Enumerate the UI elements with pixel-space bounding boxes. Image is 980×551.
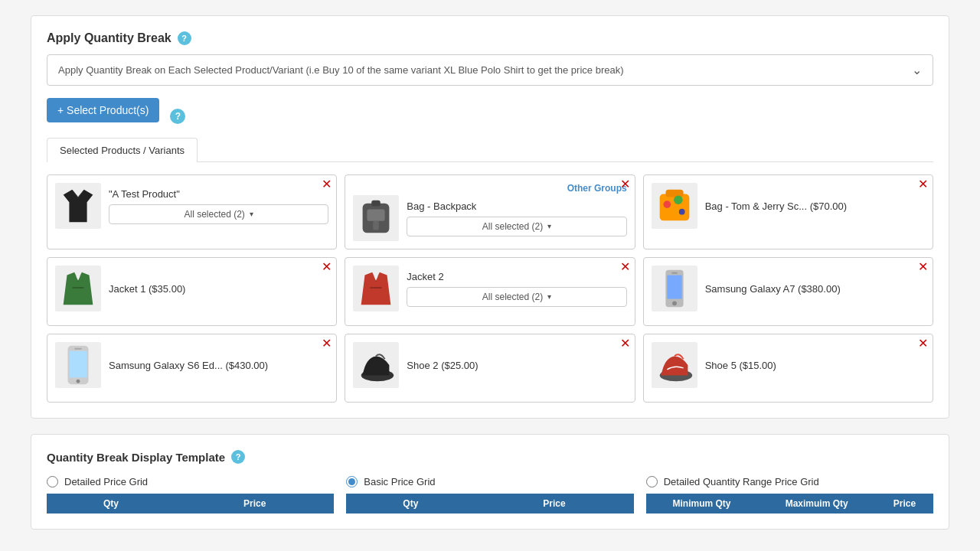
tab-selected-products[interactable]: Selected Products / Variants bbox=[47, 138, 198, 162]
products-grid: ✕ "A Test Product" All selected (2) ▾ ✕ bbox=[47, 174, 933, 403]
product-image bbox=[55, 266, 101, 311]
svg-rect-4 bbox=[372, 201, 381, 207]
remove-product-button[interactable]: ✕ bbox=[918, 178, 928, 191]
product-card: ✕ Shoe 2 ($25.00) bbox=[345, 334, 635, 403]
svg-point-23 bbox=[77, 380, 80, 383]
svg-rect-3 bbox=[368, 209, 385, 220]
remove-product-button[interactable]: ✕ bbox=[918, 261, 928, 273]
product-info: "A Test Product" All selected (2) ▾ bbox=[109, 188, 328, 224]
remove-product-button[interactable]: ✕ bbox=[620, 261, 630, 273]
product-image bbox=[55, 183, 101, 229]
product-info: Shoe 5 ($15.00) bbox=[705, 360, 925, 371]
remove-product-button[interactable]: ✕ bbox=[620, 337, 630, 350]
product-card: ✕ Jacket 1 ($35.00) bbox=[47, 257, 337, 326]
product-card: ✕ Shoe 5 ($15.00) bbox=[643, 334, 933, 403]
remove-product-button[interactable]: ✕ bbox=[322, 261, 332, 273]
product-card-inner: Bag - Backpack All selected (2) ▾ bbox=[353, 195, 626, 241]
radio-input[interactable] bbox=[346, 476, 358, 487]
table-header: Qty bbox=[47, 494, 175, 514]
radio-label: Basic Price Grid bbox=[364, 476, 435, 487]
tab-bar: Selected Products / Variants bbox=[47, 138, 933, 162]
svg-marker-0 bbox=[64, 190, 93, 223]
product-name: Samsung Galaxy A7 ($380.00) bbox=[705, 283, 925, 295]
price-table-preview: Minimum QtyMaximuim QtyPrice bbox=[646, 494, 933, 514]
table-header: Maximuim Qty bbox=[757, 494, 876, 514]
radio-option[interactable]: Detailed Quantity Range Price Grid bbox=[646, 476, 933, 487]
svg-point-9 bbox=[674, 195, 683, 204]
radio-option-column: Detailed Quantity Range Price Grid Minim… bbox=[646, 476, 933, 514]
product-name: "A Test Product" bbox=[109, 188, 328, 200]
product-card: ✕ Samsung Galaxy A7 ($380.00) bbox=[643, 257, 933, 326]
quantity-break-display-card: Quantity Break Display Template ? Detail… bbox=[31, 434, 949, 530]
svg-rect-5 bbox=[373, 221, 379, 230]
radio-label: Detailed Quantity Range Price Grid bbox=[664, 476, 819, 487]
variant-dropdown-text: All selected (2) bbox=[482, 221, 543, 232]
dropdown-text: Apply Quantity Break on Each Selected Pr… bbox=[58, 64, 624, 76]
variant-dropdown-text: All selected (2) bbox=[184, 209, 244, 220]
product-image bbox=[652, 342, 697, 388]
product-card-inner: Samsung Galaxy S6 Ed... ($430.00) bbox=[55, 342, 328, 388]
product-name: Bag - Tom & Jerry Sc... ($70.00) bbox=[705, 201, 925, 212]
price-table-preview: QtyPrice bbox=[47, 494, 334, 514]
product-card-inner: Shoe 2 ($25.00) bbox=[353, 342, 626, 388]
product-name: Bag - Backpack bbox=[407, 201, 626, 212]
chevron-down-icon: ▾ bbox=[547, 292, 551, 301]
product-image bbox=[353, 195, 399, 241]
svg-rect-20 bbox=[671, 272, 678, 274]
section-title-quantity-break: Apply Quantity Break ? bbox=[47, 31, 933, 45]
svg-rect-7 bbox=[665, 190, 683, 197]
product-card-inner: "A Test Product" All selected (2) ▾ bbox=[55, 183, 328, 229]
product-card-inner: Samsung Galaxy A7 ($380.00) bbox=[652, 266, 925, 311]
help-icon-quantity-break[interactable]: ? bbox=[178, 31, 191, 45]
table-header: Price bbox=[475, 494, 633, 514]
variant-dropdown[interactable]: All selected (2) ▾ bbox=[407, 217, 626, 236]
quantity-break-dropdown[interactable]: Apply Quantity Break on Each Selected Pr… bbox=[47, 54, 933, 86]
help-icon-select-products[interactable]: ? bbox=[170, 109, 185, 124]
product-info: Bag - Backpack All selected (2) ▾ bbox=[407, 201, 626, 236]
radio-options-container: Detailed Price Grid QtyPrice Basic Price… bbox=[47, 476, 933, 514]
apply-quantity-break-card: Apply Quantity Break ? Apply Quantity Br… bbox=[31, 15, 949, 419]
price-table-preview: QtyPrice bbox=[346, 494, 633, 514]
svg-rect-13 bbox=[72, 287, 83, 289]
radio-option[interactable]: Basic Price Grid bbox=[346, 476, 633, 487]
select-products-button[interactable]: + Select Product(s) bbox=[47, 98, 159, 122]
variant-dropdown[interactable]: All selected (2) ▾ bbox=[407, 287, 626, 307]
variant-dropdown-text: All selected (2) bbox=[482, 292, 543, 302]
chevron-down-icon: ▾ bbox=[547, 222, 551, 230]
remove-product-button[interactable]: ✕ bbox=[322, 178, 332, 191]
product-info: Jacket 1 ($35.00) bbox=[109, 283, 328, 295]
svg-point-10 bbox=[678, 209, 684, 215]
chevron-down-icon: ▾ bbox=[250, 210, 253, 218]
svg-rect-22 bbox=[69, 351, 87, 378]
section-title-display: Quantity Break Display Template ? bbox=[47, 450, 933, 464]
radio-input[interactable] bbox=[646, 476, 658, 487]
svg-rect-16 bbox=[371, 287, 382, 289]
product-info: Jacket 2 All selected (2) ▾ bbox=[407, 271, 626, 307]
remove-product-button[interactable]: ✕ bbox=[620, 178, 630, 191]
radio-option[interactable]: Detailed Price Grid bbox=[47, 476, 334, 487]
svg-rect-18 bbox=[667, 276, 681, 299]
help-icon-display[interactable]: ? bbox=[231, 450, 245, 464]
product-card: ✕ "A Test Product" All selected (2) ▾ bbox=[47, 174, 337, 249]
product-name: Jacket 1 ($35.00) bbox=[109, 283, 328, 295]
product-card-inner: Shoe 5 ($15.00) bbox=[652, 342, 925, 388]
table-header: Minimum Qty bbox=[646, 494, 758, 514]
product-name: Shoe 5 ($15.00) bbox=[705, 360, 925, 371]
display-section-title-text: Quantity Break Display Template bbox=[47, 451, 225, 464]
product-image bbox=[652, 266, 697, 311]
product-info: Bag - Tom & Jerry Sc... ($70.00) bbox=[705, 201, 925, 212]
product-image bbox=[353, 342, 399, 388]
product-name: Jacket 2 bbox=[407, 271, 626, 282]
product-image bbox=[652, 183, 697, 229]
chevron-down-icon: ⌄ bbox=[912, 63, 922, 77]
table-header: Qty bbox=[346, 494, 475, 514]
radio-input[interactable] bbox=[47, 476, 58, 487]
svg-point-8 bbox=[663, 201, 671, 208]
radio-option-column: Basic Price Grid QtyPrice bbox=[346, 476, 633, 514]
remove-product-button[interactable]: ✕ bbox=[918, 337, 928, 350]
product-card: ✕ Other Groups Bag - Backpack All select… bbox=[345, 174, 635, 249]
product-info: Samsung Galaxy A7 ($380.00) bbox=[705, 283, 925, 295]
product-info: Samsung Galaxy S6 Ed... ($430.00) bbox=[109, 360, 328, 371]
variant-dropdown[interactable]: All selected (2) ▾ bbox=[109, 204, 328, 224]
remove-product-button[interactable]: ✕ bbox=[322, 337, 332, 350]
